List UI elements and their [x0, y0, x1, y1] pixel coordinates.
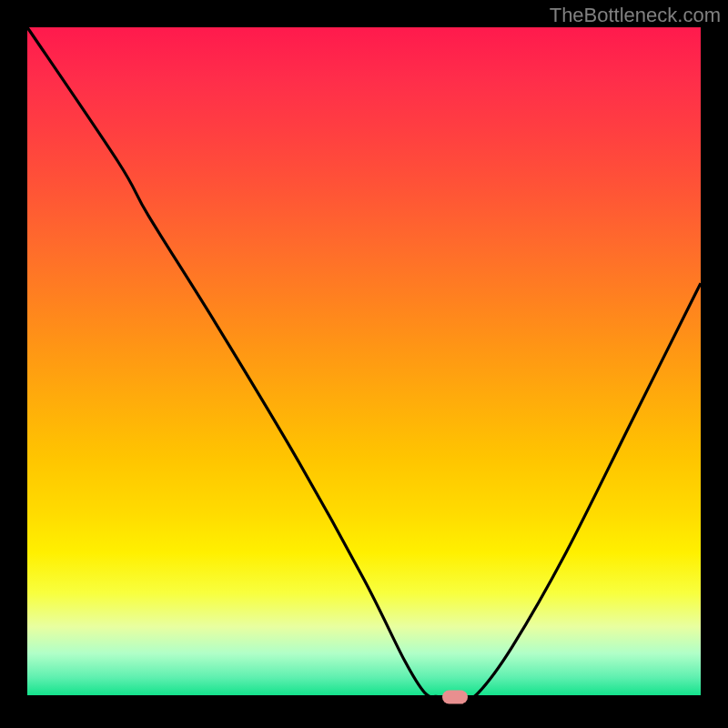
watermark-text: TheBottleneck.com — [550, 4, 721, 27]
chart-container: TheBottleneck.com — [0, 0, 728, 728]
curve-svg — [27, 27, 701, 701]
optimal-marker — [442, 690, 468, 703]
bottleneck-curve — [27, 27, 701, 697]
